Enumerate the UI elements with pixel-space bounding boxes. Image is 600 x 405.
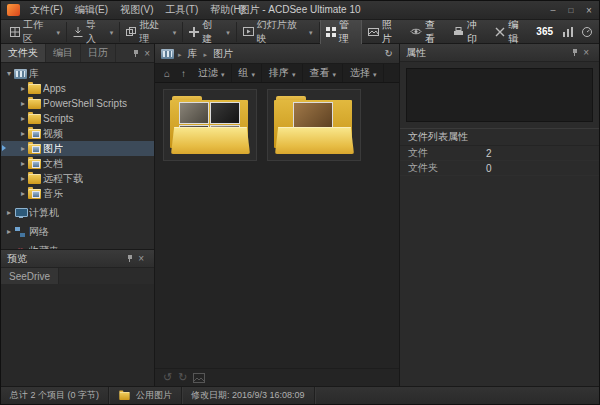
expander-icon[interactable] <box>4 246 14 249</box>
mode-photos[interactable]: 照片 <box>363 16 404 48</box>
breadcrumb-separator-icon <box>204 48 208 59</box>
expander-icon[interactable] <box>18 99 28 108</box>
slideshow-icon <box>243 27 254 37</box>
eye-icon <box>410 27 422 36</box>
menu-file[interactable]: 文件(F) <box>24 1 69 19</box>
chevron-down-icon <box>218 68 225 79</box>
tree-label: 图片 <box>43 142 63 156</box>
expander-icon[interactable] <box>18 129 28 138</box>
folder-icon <box>28 84 41 94</box>
maximize-button[interactable] <box>563 4 579 17</box>
expander-icon[interactable] <box>4 227 14 236</box>
group-button[interactable]: 组 <box>233 64 263 82</box>
tree-item-videos[interactable]: 视频 <box>1 126 154 141</box>
import-label: 导入 <box>86 18 104 46</box>
rotate-right-icon[interactable] <box>178 371 187 384</box>
batch-button[interactable]: 批处理 <box>120 22 183 42</box>
menu-edit[interactable]: 编辑(E) <box>69 1 114 19</box>
tree-item-scripts[interactable]: Scripts <box>1 111 154 126</box>
close-panel-icon[interactable] <box>583 47 589 58</box>
tree-item-remote-downloads[interactable]: 远程下载 <box>1 171 154 186</box>
property-label: 文件 <box>408 146 486 160</box>
sidebar-tabs: 文件夹 编目 日历 <box>1 44 154 63</box>
tree-item-favorites[interactable]: 收藏夹 <box>1 243 154 249</box>
tab-calendar[interactable]: 日历 <box>81 44 116 62</box>
tab-folders[interactable]: 文件夹 <box>1 44 46 62</box>
mode-edit[interactable]: 编辑 <box>490 16 530 48</box>
breadcrumb-separator-icon <box>178 48 182 59</box>
folder-thumbnail-1[interactable] <box>163 89 257 161</box>
tree-label: 收藏夹 <box>29 244 59 250</box>
workspace-icon <box>10 27 20 37</box>
expander-icon[interactable] <box>4 69 14 78</box>
up-level-icon[interactable] <box>176 64 191 82</box>
sort-button[interactable]: 排序 <box>263 64 303 82</box>
tab-catalog[interactable]: 编目 <box>46 44 81 62</box>
mode-develop[interactable]: 冲印 <box>448 16 489 48</box>
bar-chart-icon <box>563 27 573 37</box>
tree-item-pictures[interactable]: 图片 <box>1 141 154 156</box>
minimize-button[interactable] <box>545 4 561 17</box>
rotate-left-icon[interactable] <box>163 371 172 384</box>
favorites-heart-icon <box>14 245 27 249</box>
expander-icon[interactable] <box>18 174 28 183</box>
tree-item-powershell-scripts[interactable]: PowerShell Scripts <box>1 96 154 111</box>
preview-title: 预览 <box>7 252 27 266</box>
expander-icon[interactable] <box>18 189 28 198</box>
tree-item-network[interactable]: 网络 <box>1 224 154 239</box>
menu-view[interactable]: 视图(V) <box>114 1 159 19</box>
videos-folder-icon <box>28 129 41 139</box>
tree-label: 网络 <box>29 225 49 239</box>
import-button[interactable]: 导入 <box>67 22 120 42</box>
create-icon <box>189 27 199 37</box>
dashboard-button[interactable] <box>578 25 596 39</box>
expander-icon[interactable] <box>18 114 28 123</box>
close-button[interactable] <box>581 4 597 17</box>
tree-label: 视频 <box>43 127 63 141</box>
downloads-folder-icon <box>28 174 41 184</box>
refresh-icon[interactable] <box>385 48 393 59</box>
file-list-area: 库 图片 过滤 组 排序 <box>155 44 399 386</box>
view-button[interactable]: 查看 <box>304 64 344 82</box>
tree-item-music[interactable]: 音乐 <box>1 186 154 201</box>
menu-tools[interactable]: 工具(T) <box>159 1 204 19</box>
properties-display-box <box>406 68 593 122</box>
statusbar: 总计 2 个项目 (0 字节) 公用图片 修改日期: 2016/9/3 16:0… <box>1 386 599 404</box>
mode-365[interactable]: 365 <box>531 24 558 39</box>
expander-icon[interactable] <box>18 84 28 93</box>
tree-item-computer[interactable]: 计算机 <box>1 205 154 220</box>
filter-button[interactable]: 过滤 <box>192 64 232 82</box>
mode-view[interactable]: 查看 <box>405 16 447 48</box>
stats-chart-button[interactable] <box>559 25 577 39</box>
slideshow-button[interactable]: 幻灯片放映 <box>237 22 320 42</box>
workspace-button[interactable]: 工作区 <box>4 22 67 42</box>
mode-manage-label: 管理 <box>339 18 356 46</box>
close-panel-icon[interactable] <box>138 253 144 264</box>
select-button[interactable]: 选择 <box>344 64 384 82</box>
home-icon[interactable] <box>159 64 175 82</box>
status-total-text: 总计 2 个项目 (0 字节) <box>10 389 99 402</box>
pictures-folder-icon <box>28 144 41 154</box>
create-label: 创建 <box>202 18 220 46</box>
folder-thumbnail-2[interactable] <box>267 89 361 161</box>
close-panel-icon[interactable] <box>144 48 150 59</box>
pin-icon[interactable] <box>132 49 140 58</box>
pin-icon[interactable] <box>571 48 579 57</box>
image-tool-icon[interactable] <box>193 373 205 383</box>
tree-label: 远程下载 <box>43 172 83 186</box>
tree-label: Scripts <box>43 113 74 124</box>
tree-item-documents[interactable]: 文档 <box>1 156 154 171</box>
chevron-down-icon <box>170 26 177 37</box>
folder-icon <box>28 99 41 109</box>
folder-tree: 库 Apps PowerShell Scripts Scripts <box>1 63 154 249</box>
breadcrumb-pictures[interactable]: 图片 <box>211 47 235 61</box>
seedrive-tab[interactable]: SeeDrive <box>1 268 59 284</box>
tree-item-library[interactable]: 库 <box>1 66 154 81</box>
pin-icon[interactable] <box>126 254 134 263</box>
expander-icon[interactable] <box>18 159 28 168</box>
tree-item-apps[interactable]: Apps <box>1 81 154 96</box>
expander-icon[interactable] <box>18 144 28 153</box>
breadcrumb-library[interactable]: 库 <box>186 47 200 61</box>
create-button[interactable]: 创建 <box>183 22 236 42</box>
expander-icon[interactable] <box>4 208 14 217</box>
